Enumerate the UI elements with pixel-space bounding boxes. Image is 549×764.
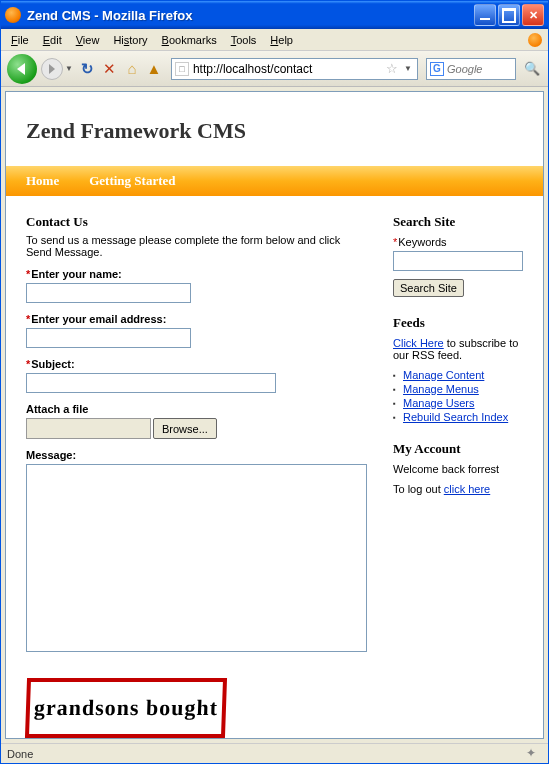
subject-input[interactable] (26, 373, 276, 393)
email-label: *Enter your email address: (26, 313, 367, 325)
status-text: Done (7, 748, 33, 760)
feeds-text: Click Here to subscribe to our RSS feed. (393, 337, 523, 361)
logout-link[interactable]: click here (444, 483, 490, 495)
status-icon: ✦ (526, 746, 542, 762)
file-path-display (26, 418, 151, 439)
message-textarea[interactable] (26, 464, 367, 652)
browser-viewport: Zend Framework CMS Home Getting Started … (5, 91, 544, 739)
page-title: Contact Us (26, 214, 367, 230)
admin-links-list: Manage Content Manage Menus Manage Users… (393, 369, 523, 423)
admin-link-manage-menus[interactable]: Manage Menus (403, 383, 479, 395)
captcha-image: grandsons bought (25, 678, 227, 738)
menu-bar: File Edit View History Bookmarks Tools H… (1, 29, 548, 51)
keywords-label: *Keywords (393, 236, 523, 248)
menu-history[interactable]: History (107, 32, 153, 48)
back-button[interactable] (7, 54, 37, 84)
firefox-icon (5, 7, 21, 23)
page-favicon: □ (175, 62, 189, 76)
keywords-input[interactable] (393, 251, 523, 271)
feeds-link[interactable]: Click Here (393, 337, 444, 349)
window-title: Zend CMS - Mozilla Firefox (27, 8, 474, 23)
bookmark-star-icon[interactable]: ☆ (386, 61, 398, 76)
home-button[interactable]: ⌂ (123, 60, 141, 78)
message-label: Message: (26, 449, 367, 461)
search-box[interactable]: G (426, 58, 516, 80)
url-input[interactable] (193, 62, 382, 76)
navigation-toolbar: ▼ ↻ ✕ ⌂ ▲ □ ☆ ▼ G 🔍 (1, 51, 548, 87)
list-item: Manage Content (393, 369, 523, 381)
forward-button[interactable] (41, 58, 63, 80)
menu-bookmarks[interactable]: Bookmarks (156, 32, 223, 48)
menu-view[interactable]: View (70, 32, 106, 48)
email-input[interactable] (26, 328, 191, 348)
attach-label: Attach a file (26, 403, 367, 415)
site-brand: Zend Framework CMS (6, 92, 543, 166)
admin-link-rebuild-index[interactable]: Rebuild Search Index (403, 411, 508, 423)
intro-text: To send us a message please complete the… (26, 234, 367, 258)
google-engine-icon[interactable]: G (430, 62, 444, 76)
list-item: Manage Menus (393, 383, 523, 395)
firefox-throbber-icon (528, 33, 542, 47)
url-bar[interactable]: □ ☆ ▼ (171, 58, 418, 80)
name-label: *Enter your name: (26, 268, 367, 280)
menu-file[interactable]: File (5, 32, 35, 48)
browse-button[interactable]: Browse... (153, 418, 217, 439)
logout-text: To log out click here (393, 483, 523, 495)
reload-button[interactable]: ↻ (79, 60, 97, 78)
subject-label: *Subject: (26, 358, 367, 370)
welcome-text: Welcome back forrest (393, 463, 523, 475)
status-bar: Done ✦ (1, 743, 548, 763)
window-titlebar: Zend CMS - Mozilla Firefox (1, 1, 548, 29)
maximize-button[interactable] (498, 4, 520, 26)
name-input[interactable] (26, 283, 191, 303)
site-navbar: Home Getting Started (6, 166, 543, 196)
search-site-button[interactable]: Search Site (393, 279, 464, 297)
admin-link-manage-users[interactable]: Manage Users (403, 397, 475, 409)
close-button[interactable] (522, 4, 544, 26)
menu-tools[interactable]: Tools (225, 32, 263, 48)
list-item: Manage Users (393, 397, 523, 409)
menu-help[interactable]: Help (264, 32, 299, 48)
search-go-button[interactable]: 🔍 (522, 59, 542, 79)
search-input[interactable] (447, 63, 512, 75)
history-dropdown-icon[interactable]: ▼ (65, 64, 73, 73)
url-dropdown-icon[interactable]: ▼ (402, 64, 414, 73)
menu-edit[interactable]: Edit (37, 32, 68, 48)
minimize-button[interactable] (474, 4, 496, 26)
addon-icon[interactable]: ▲ (145, 60, 163, 78)
my-account-title: My Account (393, 441, 523, 457)
feeds-title: Feeds (393, 315, 523, 331)
search-site-title: Search Site (393, 214, 523, 230)
nav-getting-started[interactable]: Getting Started (89, 173, 175, 189)
stop-button[interactable]: ✕ (101, 60, 119, 78)
list-item: Rebuild Search Index (393, 411, 523, 423)
admin-link-manage-content[interactable]: Manage Content (403, 369, 484, 381)
nav-home[interactable]: Home (26, 173, 59, 189)
